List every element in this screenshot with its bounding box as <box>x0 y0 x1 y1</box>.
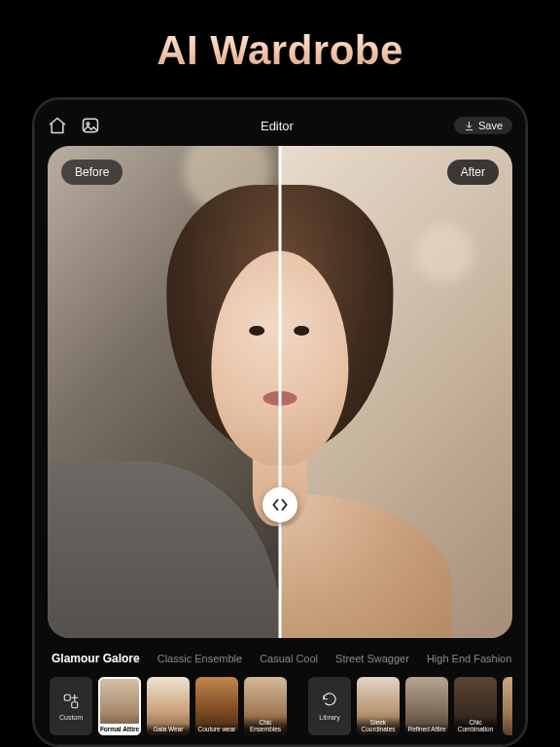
thumb-label: Formal Attire <box>98 724 141 735</box>
before-pill: Before <box>61 160 122 185</box>
thumb-label: Couture wear <box>195 724 238 735</box>
tab-high-end-fashion[interactable]: High End Fashion <box>427 653 511 664</box>
svg-rect-3 <box>72 701 78 707</box>
thumb-chic-combination[interactable]: Chic Combination <box>454 677 497 735</box>
thumb-label: Chic Combination <box>454 717 497 735</box>
save-button-label: Save <box>478 120 503 131</box>
home-icon[interactable] <box>48 116 67 135</box>
thumb-gala-wear[interactable]: Gala Wear <box>147 677 190 735</box>
gallery-icon[interactable] <box>81 116 100 135</box>
thumb-couture-wear[interactable]: Couture wear <box>195 677 238 735</box>
thumb-label: Sleek Coordinates <box>357 717 400 735</box>
thumb-label: Refined Attire <box>405 724 448 735</box>
style-category-tabs: Glamour Galore Classic Ensemble Casual C… <box>48 652 512 665</box>
after-pill: After <box>447 160 499 185</box>
thumb-chic-ensembles[interactable]: Chic Ensembles <box>244 677 287 735</box>
thumb-label: Gala Wear <box>147 724 190 735</box>
tab-street-swagger[interactable]: Street Swagger <box>335 653 409 664</box>
thumb-sleek-coordinates[interactable]: Sleek Coordinates <box>357 677 400 735</box>
tablet-frame: Editor Save <box>32 97 528 747</box>
thumb-refined-attire[interactable]: Refined Attire <box>405 677 448 735</box>
style-thumbnails: Custom Formal Attire Gala Wear Couture w… <box>48 677 512 735</box>
tab-casual-cool[interactable]: Casual Cool <box>260 653 318 664</box>
tab-glamour-galore[interactable]: Glamour Galore <box>52 652 140 665</box>
svg-rect-2 <box>64 694 70 700</box>
svg-point-1 <box>87 123 89 125</box>
thumb-label: Chic Ensembles <box>244 717 287 735</box>
custom-label: Custom <box>59 714 83 721</box>
library-label: Library <box>319 714 339 721</box>
tab-classic-ensemble[interactable]: Classic Ensemble <box>158 653 242 664</box>
save-button[interactable]: Save <box>454 117 512 134</box>
before-after-preview[interactable]: Before After <box>48 146 512 638</box>
thumb-extra[interactable] <box>503 677 512 735</box>
screen-title: Editor <box>100 119 454 133</box>
library-button[interactable]: Library <box>308 677 351 735</box>
editor-topbar: Editor Save <box>48 113 512 138</box>
compare-divider <box>279 146 282 638</box>
svg-rect-0 <box>84 119 98 131</box>
compare-slider-handle[interactable] <box>262 487 298 522</box>
thumb-formal-attire[interactable]: Formal Attire <box>98 677 141 735</box>
hero-title: AI Wardrobe <box>157 27 403 74</box>
custom-style-button[interactable]: Custom <box>50 677 92 735</box>
